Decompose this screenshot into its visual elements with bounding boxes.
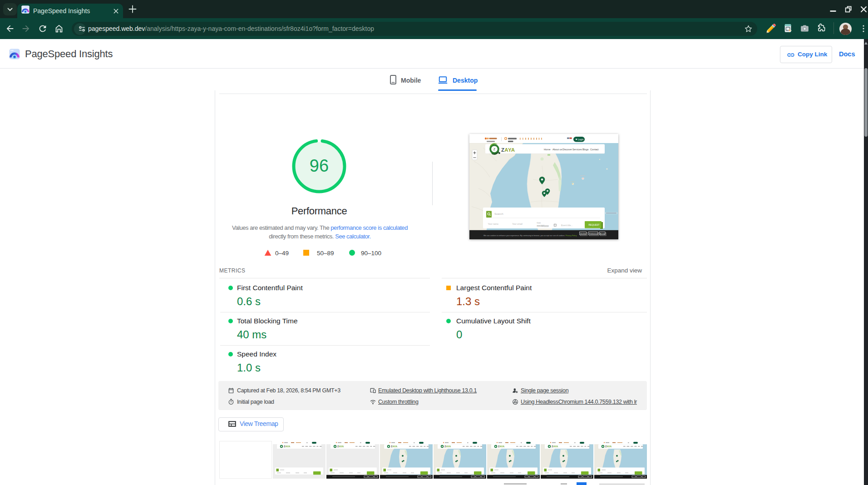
- svg-text:Z: Z: [493, 148, 496, 151]
- svg-text:Discover: Discover: [562, 148, 572, 151]
- svg-text:Decline: Decline: [580, 233, 586, 235]
- svg-text:REQUEST: REQUEST: [589, 223, 600, 226]
- svg-text:Services: Services: [572, 148, 582, 151]
- svg-text:Preferences: Preferences: [589, 233, 599, 235]
- svg-text:Event title...: Event title...: [561, 224, 573, 227]
- svg-text:mm/dd/yyyy: mm/dd/yyyy: [537, 225, 549, 227]
- svg-text:Contact: Contact: [590, 148, 599, 151]
- svg-text:ZAYA: ZAYA: [501, 147, 515, 153]
- svg-text:Search: Search: [494, 212, 503, 215]
- svg-text:Date: Date: [537, 222, 542, 224]
- svg-text:Blogs: Blogs: [582, 148, 589, 151]
- svg-text:Home: Home: [544, 148, 550, 151]
- svg-text:Login: Login: [578, 138, 584, 141]
- svg-text:About us: About us: [552, 148, 562, 151]
- svg-text:96: 96: [310, 156, 329, 175]
- svg-text:Your email: Your email: [512, 223, 523, 225]
- svg-text:Accept: Accept: [600, 233, 606, 235]
- svg-text:Your name: Your name: [488, 223, 499, 225]
- svg-text:We use cookies to enhance your: We use cookies to enhance your experienc…: [483, 234, 577, 237]
